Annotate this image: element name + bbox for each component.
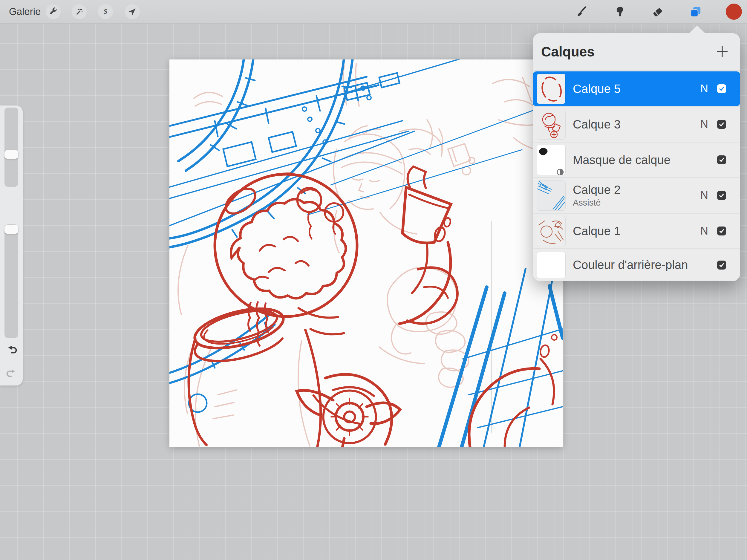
layer-visibility-checkbox[interactable] [717,260,726,270]
layer-row-calque-1[interactable]: Calque 1 N [533,214,740,248]
layer-name: Masque de calque [573,153,670,167]
brush-size-slider[interactable] [4,108,18,187]
blue-technical-lines [170,59,563,447]
color-swatch-button[interactable] [726,4,742,20]
brush-size-slider-handle[interactable] [4,150,18,159]
paintbrush-icon [574,5,588,19]
selection-button[interactable]: S [98,4,113,19]
check-icon [719,193,725,198]
layer-visibility-checkbox[interactable] [717,120,726,129]
top-toolbar: Galerie S [0,0,747,24]
blend-mode-badge[interactable]: N [697,225,711,237]
layers-button[interactable] [689,5,702,19]
layer-name: Calque 2 [573,183,621,197]
undo-button[interactable] [6,346,17,355]
layer-name: Couleur d'arrière-plan [573,258,688,272]
panel-title: Calques [541,33,595,70]
magic-wand-icon [75,7,84,16]
layer-row-calque-5[interactable]: Calque 5 N [533,71,740,106]
layer-list: Calque 5 N [533,70,740,281]
layer-row-calque-2[interactable]: Calque 2 Assisté N [533,178,740,213]
layer-thumbnail[interactable] [537,74,565,104]
layer-row-masque[interactable]: Masque de calque [533,143,740,177]
blend-mode-badge[interactable]: N [697,82,711,95]
redo-button[interactable] [6,369,17,379]
undo-icon [6,346,17,354]
layer-name: Calque 3 [573,118,621,131]
blend-mode-badge[interactable]: N [697,118,711,131]
adjustments-button[interactable] [72,4,87,19]
layer-thumbnail[interactable] [537,109,565,139]
selection-s-icon: S [101,7,110,16]
layers-icon [689,5,702,19]
add-layer-button[interactable] [716,45,729,58]
layer-visibility-checkbox[interactable] [717,227,726,235]
canvas-artwork [170,59,563,447]
opacity-slider[interactable] [4,224,18,338]
check-icon [719,86,725,92]
check-icon [719,228,725,234]
layer-name: Calque 1 [573,224,621,238]
svg-text:S: S [104,8,108,15]
smudge-finger-icon [613,5,626,19]
layer-thumbnail[interactable] [537,216,565,246]
procreate-workspace: Galerie S [0,0,747,560]
layer-row-background-color[interactable]: Couleur d'arrière-plan [533,249,740,281]
check-icon [719,157,725,163]
sidebar-tool-controls [0,105,23,385]
blend-mode-badge[interactable]: N [697,189,711,202]
check-icon [719,121,725,127]
actions-button[interactable] [46,4,61,19]
background-color-thumbnail[interactable] [537,252,565,278]
opacity-slider-handle[interactable] [4,225,18,234]
paint-tool-button[interactable] [574,5,588,19]
transform-button[interactable] [125,4,140,19]
layer-subtitle: Assisté [573,198,621,208]
erase-tool-button[interactable] [650,5,664,19]
drawing-canvas[interactable] [170,59,563,447]
plus-icon [716,45,729,58]
layer-visibility-checkbox[interactable] [717,191,726,200]
gallery-button[interactable]: Galerie [9,0,41,23]
mask-thumbnail[interactable] [537,145,565,175]
layer-row-calque-3[interactable]: Calque 3 N [533,107,740,142]
layer-visibility-checkbox[interactable] [717,84,726,93]
transform-arrow-icon [128,7,137,16]
smudge-tool-button[interactable] [612,5,626,19]
layer-thumbnail[interactable] [537,180,565,210]
layer-name: Calque 5 [573,82,621,96]
wrench-icon [49,7,58,16]
eraser-icon [651,5,664,19]
check-icon [719,262,725,268]
panel-pointer-arrow [689,25,705,33]
layer-visibility-checkbox[interactable] [717,155,726,164]
layers-panel-header: Calques [533,33,740,70]
redo-icon [6,369,17,378]
layers-panel: Calques [533,33,740,281]
